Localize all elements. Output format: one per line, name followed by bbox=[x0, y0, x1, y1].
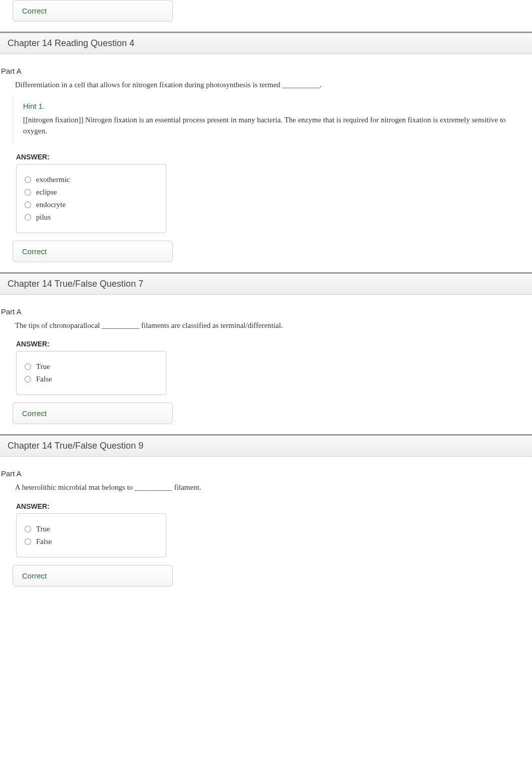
feedback-text: Correct bbox=[22, 409, 47, 418]
feedback-correct-q4: Correct bbox=[13, 241, 173, 262]
option-label: False bbox=[36, 375, 52, 383]
option-row[interactable]: pilus bbox=[25, 213, 158, 222]
question-header-q4: Chapter 14 Reading Question 4 bbox=[0, 32, 532, 54]
feedback-correct-q5: Correct bbox=[13, 403, 173, 424]
option-label: eclipse bbox=[36, 188, 57, 197]
question-header-q6: Chapter 14 True/False Question 9 bbox=[0, 434, 532, 457]
part-label-q4: Part A bbox=[1, 67, 532, 75]
options-box-q5: True False bbox=[16, 351, 166, 395]
question-prompt-q6: A heterolithic microbial mat belongs to … bbox=[15, 482, 532, 493]
option-row[interactable]: exothermic bbox=[25, 175, 158, 184]
question-prompt-q4: Differentiation in a cell that allows fo… bbox=[15, 79, 532, 91]
answer-label-q5: ANSWER: bbox=[16, 340, 532, 348]
option-row[interactable]: endocryte bbox=[25, 201, 158, 209]
question-title: Chapter 14 Reading Question 4 bbox=[8, 38, 134, 48]
question-prompt-q5: The tips of chronoparallocal __________ … bbox=[15, 320, 532, 331]
radio-icon[interactable] bbox=[25, 214, 31, 221]
part-label-q6: Part A bbox=[1, 469, 532, 478]
answer-label-q6: ANSWER: bbox=[16, 502, 532, 510]
option-label: True bbox=[36, 362, 50, 371]
hint-body: [[nitrogen fixation]] Nitrogen fixation … bbox=[23, 114, 522, 137]
feedback-correct-q6: Correct bbox=[13, 565, 173, 587]
feedback-text: Correct bbox=[22, 247, 47, 256]
options-box-q6: True False bbox=[16, 513, 166, 557]
question-title: Chapter 14 True/False Question 7 bbox=[8, 279, 143, 289]
feedback-text: Correct bbox=[22, 7, 47, 15]
radio-icon[interactable] bbox=[25, 202, 31, 208]
option-row[interactable]: False bbox=[25, 375, 158, 383]
radio-icon[interactable] bbox=[25, 376, 31, 382]
option-label: exothermic bbox=[36, 175, 70, 184]
answer-label-q4: ANSWER: bbox=[16, 153, 532, 161]
radio-icon[interactable] bbox=[25, 176, 31, 183]
feedback-text: Correct bbox=[22, 571, 47, 580]
option-row[interactable]: True bbox=[25, 362, 158, 371]
option-label: endocryte bbox=[36, 201, 66, 209]
radio-icon[interactable] bbox=[25, 363, 31, 370]
option-label: pilus bbox=[36, 213, 51, 222]
options-box-q4: exothermic eclipse endocryte pilus bbox=[16, 164, 166, 233]
radio-icon[interactable] bbox=[25, 189, 31, 196]
feedback-correct: Correct bbox=[13, 0, 173, 22]
part-label-q5: Part A bbox=[1, 307, 532, 316]
option-row[interactable]: eclipse bbox=[25, 188, 158, 197]
option-row[interactable]: True bbox=[25, 525, 158, 533]
hint-title[interactable]: Hint 1. bbox=[23, 102, 522, 110]
radio-icon[interactable] bbox=[25, 526, 31, 532]
question-header-q5: Chapter 14 True/False Question 7 bbox=[0, 272, 532, 295]
option-row[interactable]: False bbox=[25, 537, 158, 546]
radio-icon[interactable] bbox=[25, 538, 31, 545]
hint-block-q4: Hint 1. [[nitrogen fixation]] Nitrogen f… bbox=[13, 96, 532, 144]
option-label: True bbox=[36, 525, 50, 533]
option-label: False bbox=[36, 537, 52, 546]
question-title: Chapter 14 True/False Question 9 bbox=[8, 441, 143, 451]
